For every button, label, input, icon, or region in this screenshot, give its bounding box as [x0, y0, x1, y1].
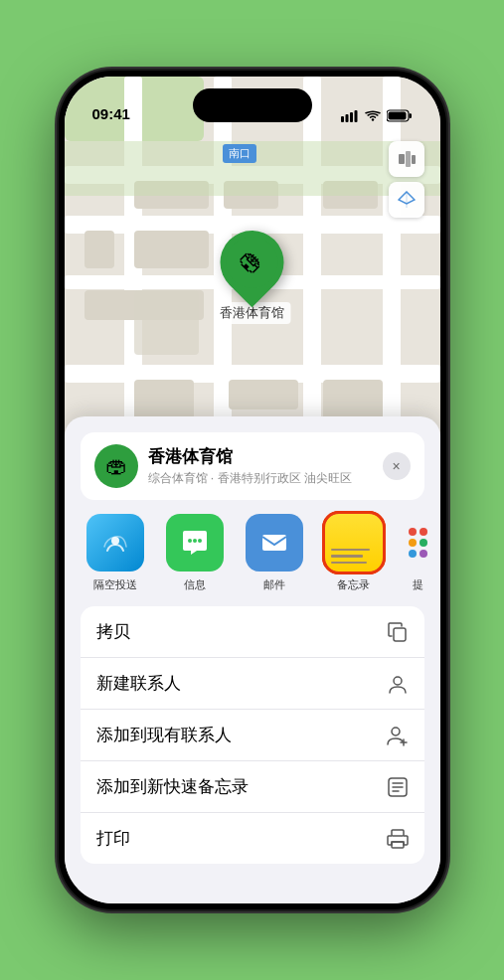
battery-icon — [387, 109, 413, 122]
svg-point-17 — [392, 728, 400, 735]
phone-screen: 09:41 — [65, 77, 440, 903]
status-icons — [341, 109, 413, 122]
svg-rect-6 — [409, 113, 412, 118]
svg-point-13 — [198, 539, 202, 543]
svg-rect-20 — [392, 842, 404, 848]
action-copy-label: 拷贝 — [96, 620, 130, 643]
place-card: 🏟 香港体育馆 综合体育馆 · 香港特别行政区 油尖旺区 × — [81, 432, 424, 500]
share-item-airdrop[interactable]: 隔空投送 — [81, 514, 150, 592]
svg-rect-9 — [412, 155, 416, 164]
map-controls — [389, 141, 424, 222]
airdrop-graphic — [99, 527, 131, 559]
print-icon — [387, 828, 409, 850]
svg-rect-15 — [394, 628, 406, 641]
map-type-icon — [398, 150, 416, 168]
mail-icon — [246, 514, 303, 572]
place-info: 🏟 香港体育馆 综合体育馆 · 香港特别行政区 油尖旺区 — [94, 444, 352, 488]
share-item-more[interactable]: 提 — [399, 514, 438, 592]
more-icon — [390, 514, 440, 572]
action-quick-note-label: 添加到新快速备忘录 — [96, 775, 249, 798]
notes-label: 备忘录 — [337, 577, 370, 592]
svg-point-16 — [394, 677, 402, 685]
signal-icon — [341, 110, 359, 122]
svg-rect-1 — [345, 114, 348, 122]
person-icon — [387, 673, 409, 695]
action-print-label: 打印 — [96, 827, 130, 850]
action-add-contact[interactable]: 添加到现有联系人 — [81, 710, 424, 761]
map-pin: 🏟 — [207, 218, 297, 308]
location-button[interactable] — [389, 182, 424, 218]
svg-rect-3 — [354, 110, 357, 122]
share-item-notes[interactable]: 备忘录 — [319, 514, 389, 592]
phone-frame: 09:41 — [59, 71, 446, 909]
action-print[interactable]: 打印 — [81, 813, 424, 864]
action-quick-note[interactable]: 添加到新快速备忘录 — [81, 761, 424, 813]
map-pin-container: 🏟 香港体育馆 — [214, 231, 290, 324]
location-icon — [398, 191, 416, 209]
messages-label: 信息 — [184, 577, 206, 592]
close-button[interactable]: × — [383, 452, 411, 480]
more-dots-grid — [405, 524, 431, 562]
mail-graphic — [258, 527, 290, 559]
svg-rect-19 — [392, 830, 404, 836]
airdrop-icon — [86, 514, 144, 572]
bottom-sheet: 🏟 香港体育馆 综合体育馆 · 香港特别行政区 油尖旺区 × — [65, 416, 440, 903]
action-copy[interactable]: 拷贝 — [81, 606, 424, 658]
status-time: 09:41 — [92, 105, 130, 122]
svg-rect-7 — [399, 154, 405, 164]
mail-label: 邮件 — [263, 577, 285, 592]
notes-icon — [325, 514, 383, 572]
svg-rect-2 — [350, 112, 353, 122]
share-item-messages[interactable]: 信息 — [160, 514, 230, 592]
action-add-contact-label: 添加到现有联系人 — [96, 724, 232, 746]
place-text: 香港体育馆 综合体育馆 · 香港特别行政区 油尖旺区 — [148, 445, 352, 487]
svg-rect-8 — [406, 151, 411, 167]
messages-graphic — [179, 527, 211, 559]
action-list: 拷贝 新建联系人 添加到现有联系人 — [81, 606, 424, 864]
airdrop-label: 隔空投送 — [93, 577, 137, 592]
action-new-contact-label: 新建联系人 — [96, 672, 181, 695]
person-add-icon — [387, 725, 409, 746]
copy-icon — [387, 621, 409, 643]
share-row: 隔空投送 信息 — [65, 500, 440, 596]
map-type-button[interactable] — [389, 141, 424, 177]
svg-point-12 — [193, 539, 197, 543]
action-new-contact[interactable]: 新建联系人 — [81, 658, 424, 710]
more-label: 提 — [413, 577, 423, 592]
svg-rect-0 — [341, 116, 344, 122]
place-icon: 🏟 — [94, 444, 138, 488]
stadium-icon: 🏟 — [234, 245, 270, 281]
messages-icon — [166, 514, 224, 572]
map-label: 南口 — [223, 144, 256, 163]
note-icon — [387, 776, 409, 798]
svg-point-11 — [188, 539, 192, 543]
place-name: 香港体育馆 — [148, 445, 352, 468]
share-item-mail[interactable]: 邮件 — [240, 514, 309, 592]
wifi-icon — [365, 110, 381, 122]
dynamic-island — [193, 88, 312, 122]
svg-rect-14 — [262, 535, 286, 551]
svg-rect-5 — [388, 112, 406, 120]
place-subtitle: 综合体育馆 · 香港特别行政区 油尖旺区 — [148, 470, 352, 487]
